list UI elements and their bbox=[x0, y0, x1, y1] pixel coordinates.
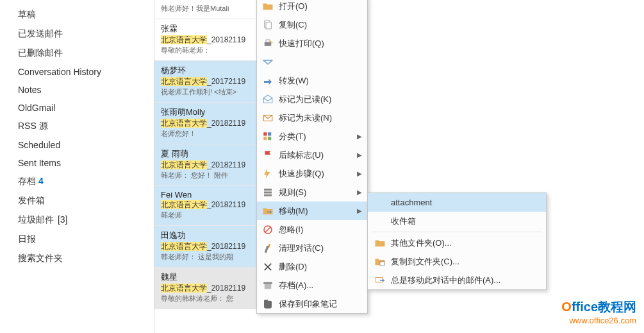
svg-rect-7 bbox=[263, 137, 267, 140]
sub-attachment[interactable]: attachment bbox=[368, 193, 546, 212]
move-submenu: attachment 收件箱 其他文件夹(O)... 复制到文件夹(C)... … bbox=[367, 192, 547, 290]
ctx-quick-print[interactable]: 快速打印(Q) bbox=[257, 34, 367, 53]
archive-count: 4 bbox=[38, 176, 44, 186]
junk-count: [3] bbox=[58, 214, 68, 225]
sidebar-item-oldgmail[interactable]: OldGmail bbox=[18, 99, 154, 117]
ctx-rules[interactable]: 规则(S)▶ bbox=[257, 183, 367, 201]
ctx-followup[interactable]: 后续标志(U)▶ bbox=[257, 146, 367, 164]
sidebar-item-scheduled[interactable]: Scheduled bbox=[18, 136, 154, 154]
quickstep-icon bbox=[261, 167, 275, 181]
svg-rect-9 bbox=[264, 189, 272, 191]
svg-rect-8 bbox=[268, 137, 271, 140]
watermark: Office教程网 www.office26.com bbox=[561, 298, 636, 325]
ctx-mark-unread[interactable]: 标记为未读(N) bbox=[257, 108, 367, 127]
sidebar-item-rss[interactable]: RSS 源 bbox=[18, 117, 154, 136]
ctx-copy[interactable]: 复制(C) bbox=[257, 15, 367, 34]
copy-icon bbox=[261, 18, 275, 32]
sidebar-item-search-folders[interactable]: 搜索文件夹 bbox=[18, 249, 154, 268]
svg-rect-11 bbox=[264, 194, 272, 196]
message-list: 韩老师好！我是Mutali 张霖 北京语言大学_20182119 尊敬的韩老师：… bbox=[154, 0, 256, 333]
ctx-delete[interactable]: 删除(D) bbox=[257, 257, 367, 276]
submenu-separator bbox=[372, 232, 542, 232]
svg-rect-3 bbox=[266, 40, 270, 42]
message-item[interactable]: 杨梦环 北京语言大学_20172119 祝老师工作顺利! <结束> bbox=[154, 61, 256, 103]
move-folder-icon bbox=[261, 204, 275, 218]
rules-icon bbox=[261, 185, 275, 200]
sidebar-item-junk[interactable]: 垃圾邮件 [3] bbox=[18, 210, 154, 230]
sidebar-item-conv-history[interactable]: Conversation History bbox=[18, 63, 154, 81]
forward-icon bbox=[261, 74, 275, 88]
context-menu: 打开(O) 复制(C) 快速打印(Q) 转发(W) 标记为已读(K) 标记为未读… bbox=[256, 0, 368, 314]
message-item[interactable]: 田逸功 北京语言大学_20182119 韩老师好： 这是我的期 bbox=[154, 226, 256, 268]
svg-rect-1 bbox=[266, 22, 271, 29]
delete-icon bbox=[261, 260, 275, 274]
cleanup-icon bbox=[261, 241, 275, 255]
svg-rect-16 bbox=[380, 262, 384, 266]
message-item[interactable]: 夏 雨萌 北京语言大学_20182119 韩老师： 您好！ 附件 bbox=[154, 144, 256, 186]
categories-icon bbox=[261, 130, 275, 144]
sidebar-item-sent-zh[interactable]: 已发送邮件 bbox=[18, 24, 154, 44]
sidebar-item-sent-items[interactable]: Sent Items bbox=[18, 154, 154, 172]
always-move-icon bbox=[373, 273, 387, 287]
svg-rect-13 bbox=[268, 244, 270, 248]
chevron-right-icon: ▶ bbox=[357, 133, 362, 140]
open-folder-icon bbox=[261, 0, 275, 13]
reply-icon bbox=[261, 55, 275, 69]
ctx-quick-steps[interactable]: 快速步骤(Q)▶ bbox=[257, 164, 367, 183]
mail-read-icon bbox=[261, 92, 275, 107]
message-item[interactable]: 张霖 北京语言大学_20182119 尊敬的韩老师： bbox=[154, 19, 256, 61]
sidebar-item-archive[interactable]: 存档4 bbox=[18, 172, 154, 191]
message-item[interactable]: 魏星 北京语言大学_20182119 尊敬的韩林涛老师： 您 bbox=[154, 268, 256, 309]
ctx-mark-read[interactable]: 标记为已读(K) bbox=[257, 90, 367, 108]
svg-rect-2 bbox=[265, 42, 272, 46]
sidebar-item-outbox[interactable]: 发件箱 bbox=[18, 191, 154, 210]
ctx-evernote[interactable]: 保存到印象笔记 bbox=[257, 295, 367, 313]
archive-icon bbox=[261, 278, 275, 293]
chevron-right-icon: ▶ bbox=[357, 170, 362, 177]
ctx-move[interactable]: 移动(M)▶ bbox=[257, 201, 367, 220]
ctx-reply[interactable] bbox=[257, 53, 367, 71]
sidebar-item-daily[interactable]: 日报 bbox=[18, 230, 154, 249]
ctx-ignore[interactable]: 忽略(I) bbox=[257, 220, 367, 239]
folder-icon bbox=[373, 236, 387, 250]
chevron-right-icon: ▶ bbox=[357, 207, 362, 214]
message-item[interactable]: 张雨萌Molly 北京语言大学_20182119 老师您好！ bbox=[154, 103, 256, 144]
ctx-archive[interactable]: 存档(A)... bbox=[257, 276, 367, 295]
ignore-icon bbox=[261, 223, 275, 237]
svg-rect-15 bbox=[265, 284, 272, 289]
svg-rect-5 bbox=[263, 132, 267, 135]
sidebar-item-deleted[interactable]: 已删除邮件 bbox=[18, 44, 154, 63]
print-icon bbox=[261, 37, 275, 51]
sub-other-folder[interactable]: 其他文件夹(O)... bbox=[368, 234, 546, 252]
ctx-cleanup[interactable]: 清理对话(C) bbox=[257, 239, 367, 257]
svg-rect-10 bbox=[264, 191, 272, 193]
svg-rect-14 bbox=[263, 282, 272, 284]
folder-sidebar: 草稿 已发送邮件 已删除邮件 Conversation History Note… bbox=[0, 0, 154, 333]
copy-folder-icon bbox=[373, 255, 387, 269]
ctx-forward[interactable]: 转发(W) bbox=[257, 71, 367, 90]
message-item[interactable]: Fei Wen 北京语言大学_20182119 韩老师 bbox=[154, 186, 256, 226]
sidebar-item-notes[interactable]: Notes bbox=[18, 81, 154, 99]
sub-copy-folder[interactable]: 复制到文件夹(C)... bbox=[368, 252, 546, 271]
message-item[interactable]: 韩老师好！我是Mutali bbox=[154, 0, 256, 19]
svg-rect-6 bbox=[268, 132, 271, 135]
ctx-categories[interactable]: 分类(T)▶ bbox=[257, 127, 367, 146]
ctx-open[interactable]: 打开(O) bbox=[257, 0, 367, 15]
flag-icon bbox=[261, 148, 275, 162]
sidebar-item-drafts[interactable]: 草稿 bbox=[18, 5, 154, 24]
sub-inbox[interactable]: 收件箱 bbox=[368, 212, 546, 230]
mail-unread-icon bbox=[261, 111, 275, 125]
chevron-right-icon: ▶ bbox=[357, 151, 362, 158]
chevron-right-icon: ▶ bbox=[357, 189, 362, 196]
sub-always-move[interactable]: 总是移动此对话中的邮件(A)... bbox=[368, 271, 546, 289]
evernote-icon bbox=[261, 297, 275, 311]
